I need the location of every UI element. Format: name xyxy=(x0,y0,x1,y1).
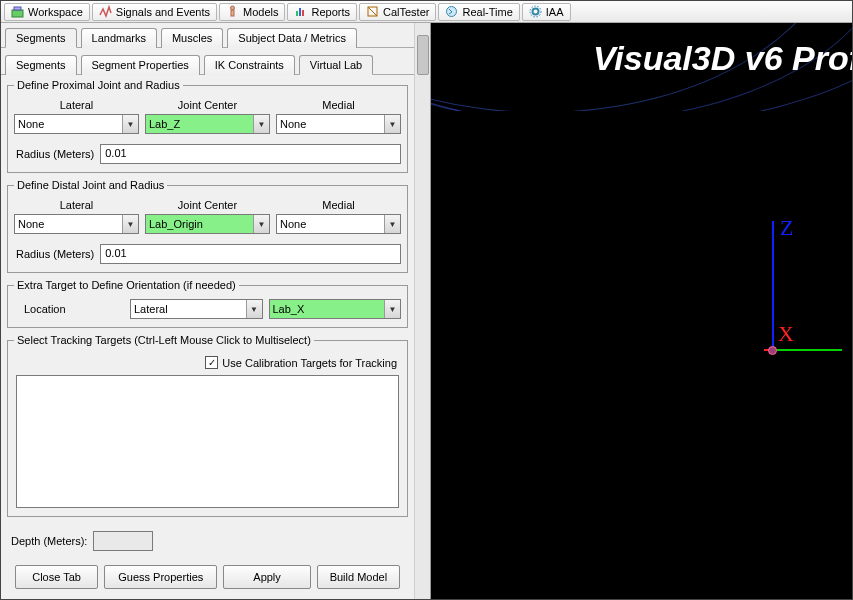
radius-label: Radius (Meters) xyxy=(14,148,94,160)
proximal-group: Define Proximal Joint and Radius Lateral… xyxy=(7,79,408,173)
proximal-joint-center-combo[interactable]: Lab_Z▼ xyxy=(145,114,270,134)
scrollbar-thumb[interactable] xyxy=(417,35,429,75)
properties-panel: Segments Landmarks Muscles Subject Data … xyxy=(1,23,431,599)
distal-radius-input[interactable]: 0.01 xyxy=(100,244,401,264)
app-title: Visual3D v6 Prof xyxy=(593,39,852,78)
apply-button[interactable]: Apply xyxy=(223,565,310,589)
proximal-lateral-combo[interactable]: None▼ xyxy=(14,114,139,134)
caltester-icon xyxy=(366,5,379,18)
use-calibration-checkbox[interactable]: ✓ xyxy=(205,356,218,369)
toolbar-label: Models xyxy=(243,6,278,18)
extra-location-combo[interactable]: Lateral▼ xyxy=(130,299,263,319)
checkbox-label: Use Calibration Targets for Tracking xyxy=(222,357,397,369)
scrollbar[interactable] xyxy=(414,23,430,599)
toolbar-reports[interactable]: Reports xyxy=(287,3,357,21)
svg-rect-4 xyxy=(296,11,298,16)
proximal-medial-combo[interactable]: None▼ xyxy=(276,114,401,134)
build-model-button[interactable]: Build Model xyxy=(317,565,400,589)
tab-label: Virtual Lab xyxy=(310,59,362,71)
subtab-segments[interactable]: Segments xyxy=(5,55,77,75)
viewport-3d[interactable]: Visual3D v6 Prof Z X xyxy=(431,23,852,599)
input-value: 0.01 xyxy=(105,147,126,159)
tab-label: Subject Data / Metrics xyxy=(238,32,346,44)
location-label: Location xyxy=(14,303,124,315)
svg-rect-3 xyxy=(231,10,234,16)
column-header: Medial xyxy=(276,99,401,111)
tracking-group: Select Tracking Targets (Ctrl-Left Mouse… xyxy=(7,334,408,517)
input-value: 0.01 xyxy=(105,247,126,259)
group-legend: Extra Target to Define Orientation (if n… xyxy=(14,279,239,291)
subtab-ik-constraints[interactable]: IK Constraints xyxy=(204,55,295,75)
main-toolbar: Workspace Signals and Events Models Repo… xyxy=(1,1,852,23)
app-window: Workspace Signals and Events Models Repo… xyxy=(0,0,853,600)
x-axis-line xyxy=(772,349,842,351)
toolbar-iaa[interactable]: IAA xyxy=(522,3,571,21)
chevron-down-icon: ▼ xyxy=(122,215,138,233)
extra-target-combo[interactable]: Lab_X▼ xyxy=(269,299,402,319)
svg-point-2 xyxy=(231,6,235,10)
subtab-segment-properties[interactable]: Segment Properties xyxy=(81,55,200,75)
chevron-down-icon: ▼ xyxy=(246,300,262,318)
combo-value: None xyxy=(18,118,44,130)
models-icon xyxy=(226,5,239,18)
workspace-icon xyxy=(11,5,24,18)
tab-segments[interactable]: Segments xyxy=(5,28,77,48)
svg-line-8 xyxy=(368,7,377,16)
banner: Visual3D v6 Prof xyxy=(431,23,852,111)
tab-label: Muscles xyxy=(172,32,212,44)
tracking-targets-listbox[interactable] xyxy=(16,375,399,508)
column-header: Lateral xyxy=(14,99,139,111)
group-legend: Define Proximal Joint and Radius xyxy=(14,79,183,91)
svg-rect-0 xyxy=(12,10,23,17)
gear-icon xyxy=(529,5,542,18)
distal-lateral-combo[interactable]: None▼ xyxy=(14,214,139,234)
distal-joint-center-combo[interactable]: Lab_Origin▼ xyxy=(145,214,270,234)
group-legend: Define Distal Joint and Radius xyxy=(14,179,167,191)
tab-landmarks[interactable]: Landmarks xyxy=(81,28,157,48)
chevron-down-icon: ▼ xyxy=(384,215,400,233)
tab-subject-data[interactable]: Subject Data / Metrics xyxy=(227,28,357,48)
guess-properties-button[interactable]: Guess Properties xyxy=(104,565,217,589)
depth-label: Depth (Meters): xyxy=(11,535,87,547)
combo-value: Lab_Z xyxy=(149,118,180,130)
extra-target-group: Extra Target to Define Orientation (if n… xyxy=(7,279,408,328)
toolbar-signals[interactable]: Signals and Events xyxy=(92,3,217,21)
realtime-icon xyxy=(445,5,458,18)
button-label: Close Tab xyxy=(32,571,81,583)
toolbar-label: Signals and Events xyxy=(116,6,210,18)
tab-label: Segments xyxy=(16,59,66,71)
chevron-down-icon: ▼ xyxy=(122,115,138,133)
x-axis-label: X xyxy=(778,321,794,347)
svg-rect-1 xyxy=(14,7,21,10)
toolbar-workspace[interactable]: Workspace xyxy=(4,3,90,21)
svg-point-10 xyxy=(532,9,538,15)
combo-value: Lab_Origin xyxy=(149,218,203,230)
toolbar-realtime[interactable]: Real-Time xyxy=(438,3,519,21)
z-axis-label: Z xyxy=(780,215,793,241)
axis-gizmo: Z X xyxy=(764,221,844,361)
z-axis-line xyxy=(772,221,774,351)
chevron-down-icon: ▼ xyxy=(253,115,269,133)
close-tab-button[interactable]: Close Tab xyxy=(15,565,98,589)
chevron-down-icon: ▼ xyxy=(253,215,269,233)
group-legend: Select Tracking Targets (Ctrl-Left Mouse… xyxy=(14,334,314,346)
distal-medial-combo[interactable]: None▼ xyxy=(276,214,401,234)
proximal-radius-input[interactable]: 0.01 xyxy=(100,144,401,164)
tab-muscles[interactable]: Muscles xyxy=(161,28,223,48)
secondary-tabstrip: Segments Segment Properties IK Constrain… xyxy=(1,48,414,75)
origin-marker xyxy=(768,346,777,355)
column-header: Lateral xyxy=(14,199,139,211)
toolbar-label: IAA xyxy=(546,6,564,18)
tab-label: IK Constraints xyxy=(215,59,284,71)
chevron-down-icon: ▼ xyxy=(384,300,400,318)
svg-rect-6 xyxy=(302,10,304,16)
combo-value: Lab_X xyxy=(273,303,305,315)
svg-rect-5 xyxy=(299,8,301,16)
toolbar-caltester[interactable]: CalTester xyxy=(359,3,436,21)
subtab-virtual-lab[interactable]: Virtual Lab xyxy=(299,55,373,75)
button-label: Guess Properties xyxy=(118,571,203,583)
toolbar-models[interactable]: Models xyxy=(219,3,285,21)
toolbar-label: Reports xyxy=(311,6,350,18)
depth-input[interactable] xyxy=(93,531,153,551)
distal-group: Define Distal Joint and Radius Lateral J… xyxy=(7,179,408,273)
